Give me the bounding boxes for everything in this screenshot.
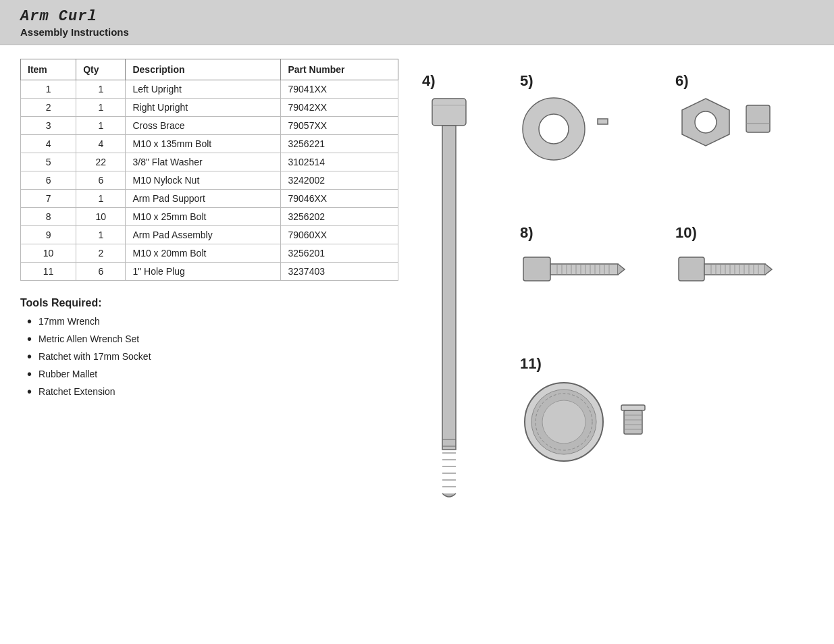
tools-section: Tools Required: 17mm WrenchMetric Allen … (20, 297, 398, 398)
col-part: Part Number (281, 59, 398, 80)
bolt-shorter-views (675, 247, 804, 294)
svg-rect-49 (621, 405, 645, 410)
tools-title: Tools Required: (20, 297, 398, 309)
cell-qty: 1 (76, 190, 126, 208)
table-row: 31Cross Brace79057XX (21, 117, 398, 135)
label-4: 4) (422, 72, 436, 90)
label-5: 5) (520, 72, 533, 90)
cell-qty: 1 (76, 80, 126, 99)
tools-list-item: Ratchet with 17mm Socket (27, 350, 398, 363)
cell-description: 1" Hole Plug (126, 263, 281, 281)
cell-part: 3237403 (281, 263, 398, 281)
table-row: 91Arm Pad Assembly79060XX (21, 226, 398, 244)
cell-part: 79041XX (281, 80, 398, 99)
tools-list-item: 17mm Wrench (27, 315, 398, 328)
svg-rect-16 (746, 105, 770, 132)
tools-list-item: Ratchet Extension (27, 385, 398, 398)
cell-description: M10 Nylock Nut (126, 171, 281, 190)
cell-item: 8 (21, 208, 76, 226)
cell-description: Arm Pad Support (126, 190, 281, 208)
bolt-shorter-svg (675, 247, 804, 294)
cell-item: 6 (21, 171, 76, 190)
table-row: 21Right Upright79042XX (21, 99, 398, 117)
cell-qty: 1 (76, 226, 126, 244)
diagram-4: 4) (412, 65, 510, 520)
svg-rect-0 (432, 99, 466, 126)
svg-rect-50 (624, 410, 642, 434)
svg-rect-2 (442, 126, 456, 450)
table-row: 810M10 x 25mm Bolt3256202 (21, 208, 398, 226)
col-desc: Description (126, 59, 281, 80)
bolt-short-views (520, 247, 655, 294)
table-row: 11Left Upright79041XX (21, 80, 398, 99)
svg-point-12 (539, 114, 569, 144)
parts-table: Item Qty Description Part Number 11Left … (20, 59, 398, 281)
cell-part: 79046XX (281, 190, 398, 208)
cell-item: 9 (21, 226, 76, 244)
label-6: 6) (675, 72, 689, 90)
label-11: 11) (520, 355, 542, 373)
cell-qty: 2 (76, 244, 126, 263)
bolt-long-svg (422, 95, 476, 514)
label-8: 8) (520, 224, 533, 242)
cell-description: 3/8" Flat Washer (126, 153, 281, 171)
table-row: 5223/8" Flat Washer3102514 (21, 153, 398, 171)
nut-side (743, 95, 773, 156)
table-row: 102M10 x 20mm Bolt3256201 (21, 244, 398, 263)
cell-description: Right Upright (126, 99, 281, 117)
cell-qty: 10 (76, 208, 126, 226)
cell-part: 3102514 (281, 153, 398, 171)
svg-rect-13 (598, 119, 608, 124)
page-title: Arm Curl (20, 8, 814, 25)
table-row: 1161" Hole Plug3237403 (21, 263, 398, 281)
cell-part: 79042XX (281, 99, 398, 117)
page-subtitle: Assembly Instructions (20, 26, 814, 38)
bolt-short-svg (520, 247, 655, 294)
cell-item: 3 (21, 117, 76, 135)
header-bar: Arm Curl Assembly Instructions (0, 0, 834, 45)
cell-description: M10 x 25mm Bolt (126, 208, 281, 226)
cell-qty: 4 (76, 135, 126, 153)
cell-qty: 1 (76, 117, 126, 135)
col-qty: Qty (76, 59, 126, 80)
cell-description: Arm Pad Assembly (126, 226, 281, 244)
cell-part: 79057XX (281, 117, 398, 135)
cell-description: M10 x 20mm Bolt (126, 244, 281, 263)
nut-front (675, 95, 736, 156)
label-10: 10) (675, 224, 697, 242)
plug-front (520, 378, 608, 466)
washer-views (520, 95, 611, 163)
cell-item: 5 (21, 153, 76, 171)
tools-list: 17mm WrenchMetric Allen Wrench SetRatche… (20, 315, 398, 398)
table-row: 66M10 Nylock Nut3242002 (21, 171, 398, 190)
washer-front (520, 95, 588, 163)
cell-description: Cross Brace (126, 117, 281, 135)
svg-rect-32 (679, 257, 704, 281)
diagram-10: 10) (665, 217, 814, 301)
cell-item: 11 (21, 263, 76, 281)
tools-list-item: Metric Allen Wrench Set (27, 332, 398, 346)
cell-description: Left Upright (126, 80, 281, 99)
cell-qty: 1 (76, 99, 126, 117)
diagram-5: 5) (510, 65, 665, 169)
cell-qty: 22 (76, 153, 126, 171)
cell-item: 4 (21, 135, 76, 153)
cell-part: 3256221 (281, 135, 398, 153)
nut-views (675, 95, 773, 156)
diagrams-panel: 4) 5) (412, 59, 814, 520)
left-panel: Item Qty Description Part Number 11Left … (20, 59, 398, 520)
cell-item: 1 (21, 80, 76, 99)
plug-side (615, 378, 652, 466)
svg-rect-18 (523, 257, 550, 281)
cell-item: 2 (21, 99, 76, 117)
cell-part: 3256201 (281, 244, 398, 263)
washer-side (594, 95, 611, 163)
diagram-8: 8) (510, 217, 665, 301)
cell-qty: 6 (76, 171, 126, 190)
cell-qty: 6 (76, 263, 126, 281)
cell-part: 79060XX (281, 226, 398, 244)
plug-views (520, 378, 652, 466)
cell-part: 3256202 (281, 208, 398, 226)
col-item: Item (21, 59, 76, 80)
cell-description: M10 x 135mm Bolt (126, 135, 281, 153)
